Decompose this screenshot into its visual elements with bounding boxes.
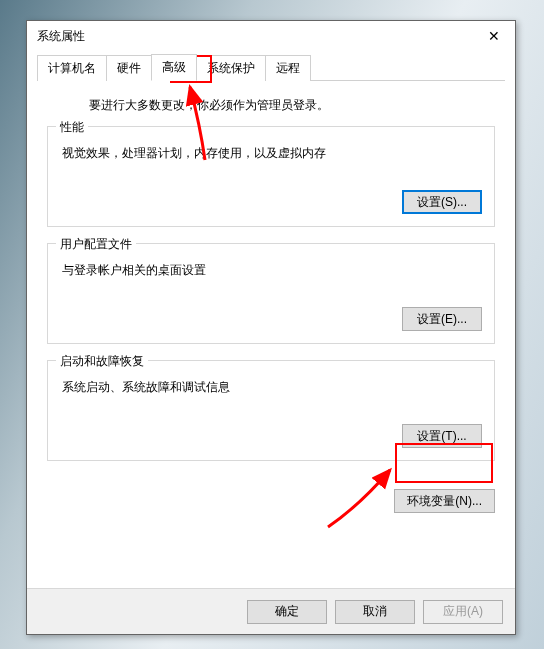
tab-advanced[interactable]: 高级: [151, 54, 197, 81]
close-icon[interactable]: ✕: [479, 25, 509, 47]
apply-button[interactable]: 应用(A): [423, 600, 503, 624]
group-user-profiles: 用户配置文件 与登录帐户相关的桌面设置 设置(E)...: [47, 243, 495, 344]
dialog-button-bar: 确定 取消 应用(A): [27, 588, 515, 634]
tab-content-advanced: 要进行大多数更改，你必须作为管理员登录。 性能 视觉效果，处理器计划，内存使用，…: [27, 81, 515, 485]
tab-system-protection[interactable]: 系统保护: [196, 55, 266, 81]
group-startup-recovery-title: 启动和故障恢复: [56, 353, 148, 370]
group-performance-desc: 视觉效果，处理器计划，内存使用，以及虚拟内存: [62, 145, 482, 162]
titlebar: 系统属性 ✕: [27, 21, 515, 51]
environment-variables-button[interactable]: 环境变量(N)...: [394, 489, 495, 513]
window-title: 系统属性: [37, 28, 85, 45]
tab-computer-name[interactable]: 计算机名: [37, 55, 107, 81]
performance-settings-button[interactable]: 设置(S)...: [402, 190, 482, 214]
tabstrip: 计算机名 硬件 高级 系统保护 远程: [37, 57, 505, 81]
group-performance-title: 性能: [56, 119, 88, 136]
ok-button[interactable]: 确定: [247, 600, 327, 624]
tab-hardware[interactable]: 硬件: [106, 55, 152, 81]
system-properties-dialog: 系统属性 ✕ 计算机名 硬件 高级 系统保护 远程 要进行大多数更改，你必须作为…: [26, 20, 516, 635]
group-user-profiles-desc: 与登录帐户相关的桌面设置: [62, 262, 482, 279]
group-user-profiles-title: 用户配置文件: [56, 236, 136, 253]
cancel-button[interactable]: 取消: [335, 600, 415, 624]
admin-note: 要进行大多数更改，你必须作为管理员登录。: [89, 97, 495, 114]
group-startup-recovery-desc: 系统启动、系统故障和调试信息: [62, 379, 482, 396]
startup-recovery-settings-button[interactable]: 设置(T)...: [402, 424, 482, 448]
group-startup-recovery: 启动和故障恢复 系统启动、系统故障和调试信息 设置(T)...: [47, 360, 495, 461]
group-performance: 性能 视觉效果，处理器计划，内存使用，以及虚拟内存 设置(S)...: [47, 126, 495, 227]
tab-remote[interactable]: 远程: [265, 55, 311, 81]
user-profiles-settings-button[interactable]: 设置(E)...: [402, 307, 482, 331]
